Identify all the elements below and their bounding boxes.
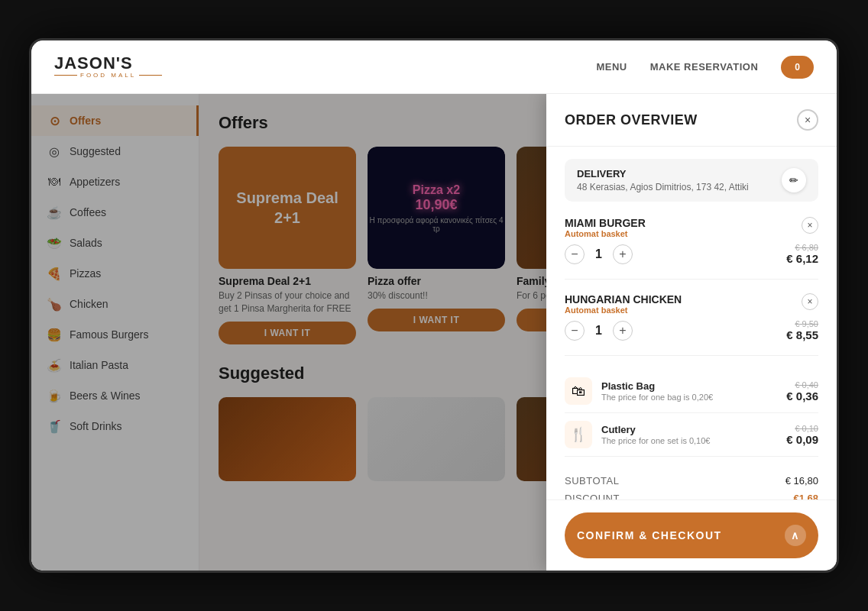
discount-label: DISCOUNT xyxy=(565,493,620,499)
miami-final-price: € 6,12 xyxy=(786,252,818,265)
delivery-label: DELIVERY xyxy=(577,168,749,179)
increase-chicken-button[interactable]: + xyxy=(613,321,633,341)
miami-original-price: € 6,80 xyxy=(786,243,818,252)
main-content: ⊙ Offers ◎ Suggested 🍽 Appetizers ☕ Coff… xyxy=(31,94,837,571)
checkout-chevron-icon: ∧ xyxy=(785,525,806,546)
plastic-bag-price: € 0,40 € 0,36 xyxy=(786,380,818,402)
extra-plastic-bag: 🛍 Plastic Bag The price for one bag is 0… xyxy=(565,370,818,413)
totals: SUBTOTAL € 16,80 DISCOUNT €1,68 TOTAL €1… xyxy=(565,469,818,499)
logo-text: JASON'S xyxy=(54,55,133,72)
price-miami: € 6,80 € 6,12 xyxy=(786,243,818,265)
qty-control-miami: − 1 + xyxy=(565,244,633,264)
decrease-chicken-button[interactable]: − xyxy=(565,321,585,341)
logo-sub: FOOD MALL xyxy=(54,72,162,79)
monitor: JASON'S FOOD MALL MENU MAKE RESERVATION … xyxy=(29,38,839,573)
price-chicken: € 9,50 € 8,55 xyxy=(786,319,818,341)
qty-chicken: 1 xyxy=(595,324,602,338)
cutlery-name: Cutlery xyxy=(601,424,710,435)
cutlery-desc: The price for one set is 0,10€ xyxy=(601,436,710,445)
increase-miami-button[interactable]: + xyxy=(613,244,633,264)
cutlery-original-price: € 0,10 xyxy=(786,424,818,433)
chicken-original-price: € 9,50 xyxy=(786,319,818,328)
nav-menu[interactable]: MENU xyxy=(596,61,627,73)
confirm-checkout-button[interactable]: CONFIRM & CHECKOUT ∧ xyxy=(565,512,818,558)
cutlery-price: € 0,10 € 0,09 xyxy=(786,424,818,446)
header: JASON'S FOOD MALL MENU MAKE RESERVATION … xyxy=(31,40,837,94)
cutlery-final-price: € 0,09 xyxy=(786,433,818,446)
chicken-final-price: € 8,55 xyxy=(786,328,818,341)
nav-reservation[interactable]: MAKE RESERVATION xyxy=(650,61,759,73)
item-badge-miami: Automat basket xyxy=(565,229,646,238)
nav-links: MENU MAKE RESERVATION 0 xyxy=(596,56,814,79)
order-header: ORDER OVERVIEW × xyxy=(546,94,837,147)
remove-chicken-button[interactable]: × xyxy=(802,293,818,310)
screen: JASON'S FOOD MALL MENU MAKE RESERVATION … xyxy=(31,40,837,571)
close-button[interactable]: × xyxy=(797,109,818,131)
delivery-box: DELIVERY 48 Kerasias, Agios Dimitrios, 1… xyxy=(565,159,818,202)
checkout-label: CONFIRM & CHECKOUT xyxy=(577,529,722,541)
order-panel: ORDER OVERVIEW × DELIVERY 48 Kerasias, A… xyxy=(546,94,837,571)
cutlery-icon: 🍴 xyxy=(565,421,592,448)
qty-miami: 1 xyxy=(595,247,602,261)
plastic-bag-name: Plastic Bag xyxy=(601,380,713,392)
order-title: ORDER OVERVIEW xyxy=(565,112,698,128)
item-name-miami: MIAMI BURGER xyxy=(565,217,646,229)
extra-cutlery: 🍴 Cutlery The price for one set is 0,10€… xyxy=(565,413,818,457)
subtotal-label: SUBTOTAL xyxy=(565,475,619,487)
remove-miami-button[interactable]: × xyxy=(802,217,818,234)
order-item-chicken: HUNGARIAN CHICKEN Automat basket × − 1 + xyxy=(565,293,818,356)
order-body: DELIVERY 48 Kerasias, Agios Dimitrios, 1… xyxy=(546,147,837,499)
edit-delivery-button[interactable]: ✏ xyxy=(782,168,806,192)
cart-button[interactable]: 0 xyxy=(781,56,814,79)
delivery-address: 48 Kerasias, Agios Dimitrios, 173 42, At… xyxy=(577,182,749,192)
discount-value: €1,68 xyxy=(793,493,818,499)
decrease-miami-button[interactable]: − xyxy=(565,244,585,264)
order-item-miami: MIAMI BURGER Automat basket × − 1 + xyxy=(565,217,818,280)
subtotal-value: € 16,80 xyxy=(785,475,818,487)
plastic-bag-desc: The price for one bag is 0,20€ xyxy=(601,393,713,402)
checkout-footer: CONFIRM & CHECKOUT ∧ xyxy=(546,499,837,571)
bag-final-price: € 0,36 xyxy=(786,390,818,402)
bag-original-price: € 0,40 xyxy=(786,380,818,390)
plastic-bag-icon: 🛍 xyxy=(565,377,592,405)
item-name-chicken: HUNGARIAN CHICKEN xyxy=(565,293,682,306)
qty-control-chicken: − 1 + xyxy=(565,321,633,341)
item-badge-chicken: Automat basket xyxy=(565,306,682,315)
logo: JASON'S FOOD MALL xyxy=(54,55,162,79)
